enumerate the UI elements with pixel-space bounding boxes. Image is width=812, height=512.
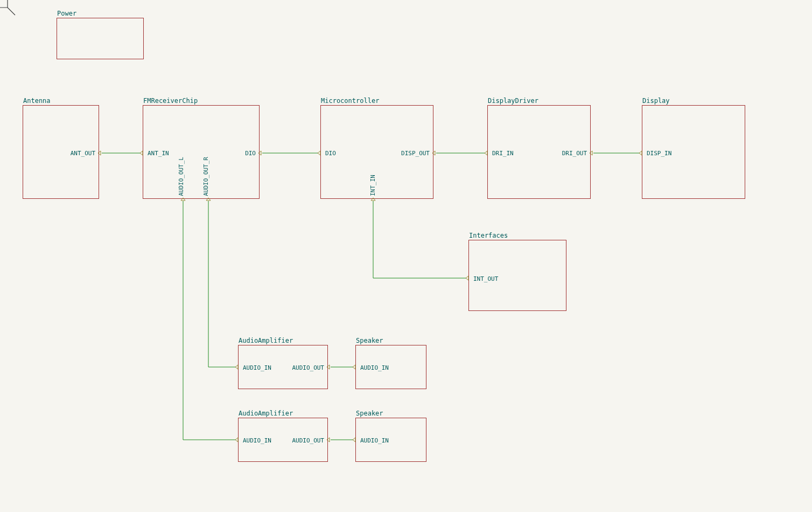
block-speaker-2[interactable]: Speaker AUDIO_IN [355, 418, 426, 462]
block-title: AudioAmplifier [239, 337, 293, 344]
block-title: FMReceiverChip [143, 97, 198, 105]
block-title: Speaker [356, 337, 383, 344]
port-audio-out-r: AUDIO_OUT_R [202, 157, 209, 196]
block-title: Display [642, 97, 670, 105]
block-power[interactable]: Power [57, 18, 144, 59]
block-displaydriver[interactable]: DisplayDriver DRI_IN DRI_OUT [487, 105, 591, 199]
port-disp-out: DISP_OUT [401, 150, 430, 157]
port-audio-out-l: AUDIO_OUT_L [178, 157, 185, 196]
block-title: Interfaces [469, 232, 508, 239]
port-int-in: INT_IN [369, 175, 376, 196]
port-ant-out: ANT_OUT [71, 150, 95, 157]
port-int-out: INT_OUT [473, 275, 498, 282]
block-title: Speaker [356, 410, 383, 417]
block-audioamplifier-1[interactable]: AudioAmplifier AUDIO_IN AUDIO_OUT [238, 345, 328, 389]
port-dri-in: DRI_IN [492, 150, 514, 157]
block-title: Microcontroller [321, 97, 379, 105]
block-title: DisplayDriver [488, 97, 538, 105]
port-dri-out: DRI_OUT [562, 150, 587, 157]
port-dio: DIO [325, 150, 336, 157]
port-audio-in: AUDIO_IN [243, 364, 271, 371]
block-title: Power [57, 10, 76, 17]
port-dio: DIO [245, 150, 256, 157]
block-interfaces[interactable]: Interfaces INT_OUT [468, 240, 566, 311]
port-audio-in: AUDIO_IN [360, 364, 389, 371]
block-antenna[interactable]: Antenna ANT_OUT [23, 105, 99, 199]
block-audioamplifier-2[interactable]: AudioAmplifier AUDIO_IN AUDIO_OUT [238, 418, 328, 462]
port-audio-out: AUDIO_OUT [292, 437, 324, 444]
block-display[interactable]: Display DISP_IN [642, 105, 745, 199]
port-ant-in: ANT_IN [148, 150, 169, 157]
block-fmreceiverchip[interactable]: FMReceiverChip ANT_IN DIO AUDIO_OUT_L AU… [143, 105, 260, 199]
port-audio-in: AUDIO_IN [243, 437, 271, 444]
block-title: AudioAmplifier [239, 410, 293, 417]
block-microcontroller[interactable]: Microcontroller DIO DISP_OUT INT_IN [320, 105, 433, 199]
origin-marker-icon [0, 0, 16, 16]
block-speaker-1[interactable]: Speaker AUDIO_IN [355, 345, 426, 389]
port-audio-out: AUDIO_OUT [292, 364, 324, 371]
port-disp-in: DISP_IN [647, 150, 671, 157]
block-title: Antenna [23, 97, 51, 105]
port-audio-in: AUDIO_IN [360, 437, 389, 444]
